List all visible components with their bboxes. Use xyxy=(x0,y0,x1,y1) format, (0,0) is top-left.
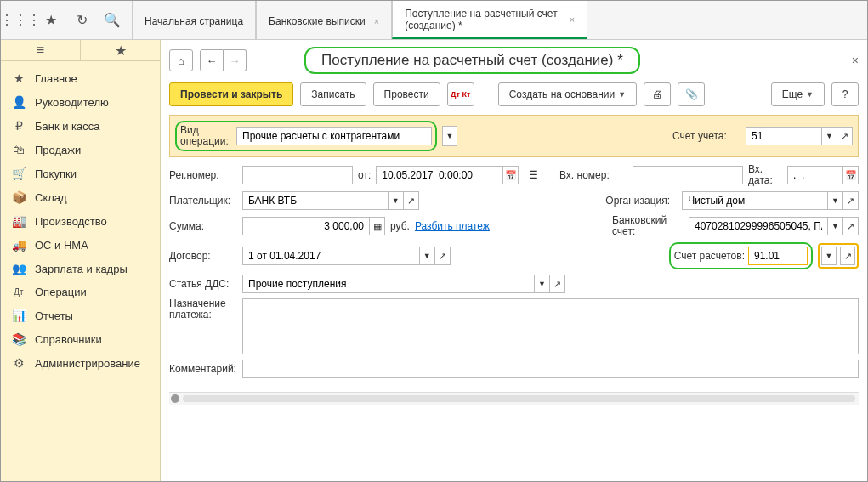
reg-number-label: Рег.номер: xyxy=(169,170,237,181)
calc-icon[interactable]: ▦ xyxy=(370,217,385,235)
sidebar: ≡ ★ ★Главное 👤Руководителю ₽Банк и касса… xyxy=(1,40,161,481)
tab-label: Банковские выписки xyxy=(269,15,366,27)
menu-icon[interactable]: ≡ xyxy=(1,40,81,60)
scroll-track[interactable] xyxy=(183,395,855,402)
horizontal-scrollbar[interactable] xyxy=(169,392,859,405)
sidebar-item-bank[interactable]: ₽Банк и касса xyxy=(1,114,160,138)
bag-icon: 🛍 xyxy=(11,143,26,156)
dropdown-button[interactable]: ▼ xyxy=(535,275,550,293)
tab-bank-statements[interactable]: Банковские выписки× xyxy=(256,1,392,39)
incoming-date-input[interactable] xyxy=(787,166,843,184)
close-icon[interactable]: × xyxy=(570,14,575,26)
more-button[interactable]: Еще▼ xyxy=(771,82,825,106)
sidebar-item-warehouse[interactable]: 📦Склад xyxy=(1,185,160,209)
purpose-label: Назначение платежа: xyxy=(169,298,237,320)
account-input[interactable] xyxy=(746,127,822,145)
create-based-button[interactable]: Создать на основании▼ xyxy=(498,82,637,106)
operation-type-input[interactable] xyxy=(236,127,432,145)
sidebar-item-label: Главное xyxy=(35,72,77,85)
settlement-account-label: Счет расчетов: xyxy=(674,250,745,262)
open-button[interactable]: ↗ xyxy=(843,191,859,210)
sidebar-item-admin[interactable]: ⚙Администрирование xyxy=(1,351,160,375)
sidebar-item-sales[interactable]: 🛍Продажи xyxy=(1,138,160,162)
open-button[interactable]: ↗ xyxy=(840,247,855,265)
dds-input[interactable] xyxy=(242,275,535,293)
dds-label: Статья ДДС: xyxy=(169,279,237,290)
search-icon[interactable]: 🔍 xyxy=(105,13,120,28)
dropdown-button[interactable]: ▼ xyxy=(420,247,435,265)
dtkt-button[interactable]: Дт Кт xyxy=(447,82,474,106)
open-button[interactable]: ↗ xyxy=(404,191,419,210)
open-button[interactable]: ↗ xyxy=(843,217,859,235)
sidebar-item-assets[interactable]: 🚚ОС и НМА xyxy=(1,233,160,257)
sidebar-item-reports[interactable]: 📊Отчеты xyxy=(1,303,160,327)
box-icon: 📦 xyxy=(11,190,26,204)
header: ⌂ ← → Поступление на расчетный счет (соз… xyxy=(161,40,867,79)
date-input[interactable] xyxy=(376,166,503,184)
home-button[interactable]: ⌂ xyxy=(169,49,193,71)
factory-icon: 🏭 xyxy=(11,214,26,228)
tab-receipt-create[interactable]: Поступление на расчетный счет (создание)… xyxy=(392,1,587,39)
sidebar-item-label: Операции xyxy=(35,286,87,298)
post-and-close-button[interactable]: Провести и закрыть xyxy=(169,82,293,106)
contract-input[interactable] xyxy=(242,247,420,265)
sidebar-item-manager[interactable]: 👤Руководителю xyxy=(1,90,160,114)
reg-number-input[interactable] xyxy=(242,166,353,184)
comment-input[interactable] xyxy=(242,360,859,378)
currency-label: руб. xyxy=(390,220,410,232)
history-icon[interactable]: ↻ xyxy=(74,13,89,28)
date-from-label: от: xyxy=(358,169,371,181)
split-payment-link[interactable]: Разбить платеж xyxy=(415,220,490,232)
sidebar-item-main[interactable]: ★Главное xyxy=(1,66,160,90)
dropdown-button[interactable]: ▼ xyxy=(822,127,837,145)
open-button[interactable]: ↗ xyxy=(550,275,565,293)
calendar-icon[interactable]: 📅 xyxy=(503,166,519,184)
print-button[interactable]: 🖨 xyxy=(644,82,671,106)
favorite-icon[interactable]: ★ xyxy=(81,40,160,60)
tab-label: Поступление на расчетный счет (создание)… xyxy=(405,8,561,31)
dropdown-button[interactable]: ▼ xyxy=(828,191,843,210)
incoming-number-label: Вх. номер: xyxy=(559,170,627,181)
star-icon: ★ xyxy=(11,71,26,85)
open-button[interactable]: ↗ xyxy=(435,247,451,265)
help-button[interactable]: ? xyxy=(831,82,859,106)
gear-icon: ⚙ xyxy=(11,356,26,370)
sidebar-item-operations[interactable]: ДтОперации xyxy=(1,281,160,303)
dropdown-button[interactable]: ▼ xyxy=(828,217,843,235)
form: Вид операции: ▼ Счет учета: ▼ ↗ Рег.номе… xyxy=(161,115,867,392)
tab-start-page[interactable]: Начальная страница xyxy=(132,1,256,39)
org-input[interactable] xyxy=(682,191,828,210)
forward-button[interactable]: → xyxy=(224,49,247,71)
bank-account-input[interactable] xyxy=(689,217,828,235)
calendar-icon[interactable]: 📅 xyxy=(843,166,859,184)
sidebar-item-label: Покупки xyxy=(35,167,77,180)
cart-icon: 🛒 xyxy=(11,167,26,180)
incoming-number-input[interactable] xyxy=(633,166,743,184)
sidebar-item-payroll[interactable]: 👥Зарплата и кадры xyxy=(1,257,160,281)
write-button[interactable]: Записать xyxy=(300,82,366,106)
dropdown-button[interactable]: ▼ xyxy=(389,191,404,210)
payer-input[interactable] xyxy=(242,191,389,210)
settlement-account-input[interactable] xyxy=(748,247,808,265)
dropdown-button[interactable]: ▼ xyxy=(442,126,457,146)
sidebar-item-label: Производство xyxy=(35,215,107,228)
dropdown-button[interactable]: ▼ xyxy=(821,247,837,265)
close-icon[interactable]: × xyxy=(374,15,379,27)
post-button[interactable]: Провести xyxy=(373,82,440,106)
attach-button[interactable]: 📎 xyxy=(678,82,705,106)
sidebar-item-label: Склад xyxy=(35,191,67,204)
list-icon[interactable]: ☰ xyxy=(529,169,538,181)
sidebar-item-label: Зарплата и кадры xyxy=(35,263,128,275)
sidebar-item-purchases[interactable]: 🛒Покупки xyxy=(1,162,160,185)
back-button[interactable]: ← xyxy=(200,49,224,71)
sum-input[interactable] xyxy=(242,217,370,235)
favorite-icon[interactable]: ★ xyxy=(43,13,59,28)
open-button[interactable]: ↗ xyxy=(837,127,853,145)
close-icon[interactable]: × xyxy=(852,54,859,67)
scroll-thumb[interactable] xyxy=(171,394,179,403)
sidebar-item-production[interactable]: 🏭Производство xyxy=(1,209,160,233)
sidebar-item-dictionaries[interactable]: 📚Справочники xyxy=(1,327,160,351)
purpose-input[interactable] xyxy=(242,298,859,354)
apps-icon[interactable]: ⋮⋮⋮ xyxy=(13,13,28,28)
chevron-down-icon: ▼ xyxy=(618,90,626,99)
